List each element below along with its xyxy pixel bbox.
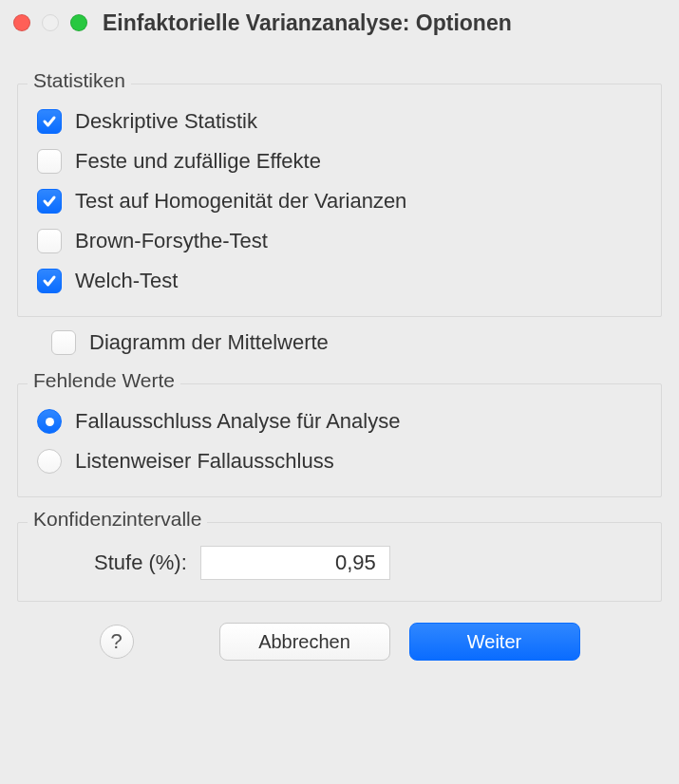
continue-button[interactable]: Weiter: [409, 623, 580, 661]
confidence-row: Stufe (%):: [35, 540, 644, 586]
radio-analysis-by-analysis[interactable]: [37, 409, 62, 434]
group-confidence: Konfidenzintervalle Stufe (%):: [17, 522, 662, 602]
option-homogeneity[interactable]: Test auf Homogenität der Varianzen: [35, 181, 644, 221]
button-row: ? Abbrechen Weiter: [17, 623, 662, 661]
group-missing: Fehlende Werte Fallausschluss Analyse fü…: [17, 383, 662, 497]
checkbox-brown-forsythe[interactable]: [37, 229, 62, 253]
continue-label: Weiter: [467, 631, 521, 653]
option-means-plot[interactable]: Diagramm der Mittelwerte: [17, 325, 662, 359]
group-missing-label: Fehlende Werte: [28, 369, 180, 392]
label-fixed-random: Feste und zufällige Effekte: [75, 149, 321, 174]
label-means-plot: Diagramm der Mittelwerte: [89, 330, 329, 355]
confidence-level-input[interactable]: [200, 546, 390, 580]
zoom-icon[interactable]: [70, 14, 87, 31]
confidence-level-label: Stufe (%):: [94, 551, 187, 575]
checkbox-homogeneity[interactable]: [37, 189, 62, 214]
checkbox-means-plot[interactable]: [51, 330, 76, 355]
option-fixed-random[interactable]: Feste und zufällige Effekte: [35, 141, 644, 181]
radio-listwise[interactable]: [37, 449, 62, 474]
label-brown-forsythe: Brown-Forsythe-Test: [75, 229, 268, 253]
minimize-icon: [42, 14, 59, 31]
group-statistics: Statistiken Deskriptive Statistik Feste …: [17, 84, 662, 317]
checkbox-fixed-random[interactable]: [37, 149, 62, 174]
cancel-label: Abbrechen: [258, 631, 350, 653]
group-statistics-label: Statistiken: [28, 69, 131, 92]
dialog-content: Statistiken Deskriptive Statistik Feste …: [0, 46, 679, 678]
help-icon: ?: [110, 629, 122, 654]
cancel-button[interactable]: Abbrechen: [219, 623, 390, 661]
window-title: Einfaktorielle Varianzanalyse: Optionen: [103, 10, 512, 36]
option-listwise[interactable]: Listenweiser Fallausschluss: [35, 441, 644, 481]
option-analysis-by-analysis[interactable]: Fallausschluss Analyse für Analyse: [35, 401, 644, 441]
option-welch[interactable]: Welch-Test: [35, 261, 644, 301]
checkbox-welch[interactable]: [37, 269, 62, 293]
close-icon[interactable]: [13, 14, 30, 31]
label-analysis-by-analysis: Fallausschluss Analyse für Analyse: [75, 409, 400, 434]
checkbox-descriptive[interactable]: [37, 109, 62, 134]
titlebar: Einfaktorielle Varianzanalyse: Optionen: [0, 0, 679, 46]
help-button[interactable]: ?: [100, 625, 134, 659]
option-descriptive[interactable]: Deskriptive Statistik: [35, 102, 644, 141]
group-confidence-label: Konfidenzintervalle: [28, 508, 207, 531]
label-listwise: Listenweiser Fallausschluss: [75, 449, 334, 474]
label-welch: Welch-Test: [75, 269, 178, 293]
window-controls: [13, 14, 87, 31]
option-brown-forsythe[interactable]: Brown-Forsythe-Test: [35, 221, 644, 261]
label-descriptive: Deskriptive Statistik: [75, 109, 257, 134]
label-homogeneity: Test auf Homogenität der Varianzen: [75, 189, 406, 214]
